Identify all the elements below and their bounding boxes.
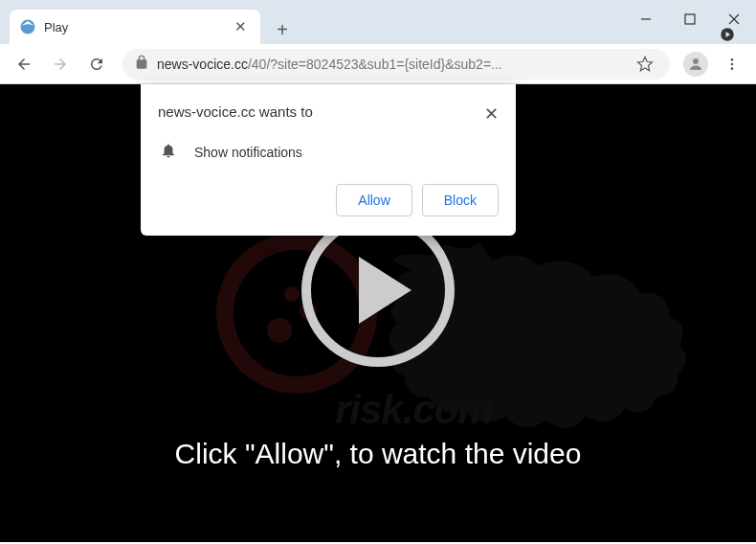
bell-icon — [160, 142, 177, 163]
tab-favicon — [19, 18, 36, 35]
watermark-text: risk.com — [335, 387, 493, 433]
svg-point-11 — [267, 318, 292, 343]
minimize-button[interactable] — [624, 0, 668, 38]
url-path: /40/?site=8024523&sub1={siteId}&sub2=... — [248, 57, 502, 72]
address-bar[interactable]: news-vocice.cc/40/?site=8024523&sub1={si… — [122, 49, 670, 79]
svg-point-6 — [693, 58, 699, 64]
browser-tab[interactable]: Play ✕ — [10, 10, 260, 44]
popup-close-button[interactable]: ✕ — [484, 103, 499, 125]
profile-avatar-icon[interactable] — [683, 52, 708, 77]
forward-button[interactable] — [44, 48, 77, 80]
svg-rect-1 — [685, 14, 695, 24]
lock-icon — [134, 55, 149, 74]
url-domain: news-vocice.cc — [157, 57, 248, 72]
popup-body-text: Show notifications — [194, 145, 302, 160]
menu-button[interactable] — [716, 48, 748, 80]
new-tab-button[interactable]: + — [268, 15, 297, 44]
maximize-button[interactable] — [668, 0, 712, 38]
notification-permission-popup: news-vocice.cc wants to ✕ Show notificat… — [141, 84, 516, 236]
tab-title: Play — [44, 20, 223, 34]
play-button[interactable] — [301, 214, 455, 367]
browser-toolbar: news-vocice.cc/40/?site=8024523&sub1={si… — [0, 44, 756, 84]
window-controls — [624, 0, 756, 29]
reload-button[interactable] — [80, 48, 113, 80]
play-icon — [359, 257, 411, 324]
allow-button[interactable]: Allow — [336, 184, 411, 216]
bookmark-star-icon[interactable] — [632, 51, 658, 78]
back-button[interactable] — [8, 48, 40, 80]
svg-point-8 — [731, 62, 734, 65]
block-button[interactable]: Block — [422, 184, 499, 216]
instruction-text: Click "Allow", to watch the video — [0, 438, 756, 470]
popup-title: news-vocice.cc wants to — [158, 103, 313, 120]
tab-close-button[interactable]: ✕ — [231, 14, 251, 39]
window-close-button[interactable] — [712, 0, 756, 38]
svg-point-9 — [731, 67, 734, 70]
svg-point-7 — [731, 58, 734, 61]
svg-point-13 — [284, 286, 300, 302]
